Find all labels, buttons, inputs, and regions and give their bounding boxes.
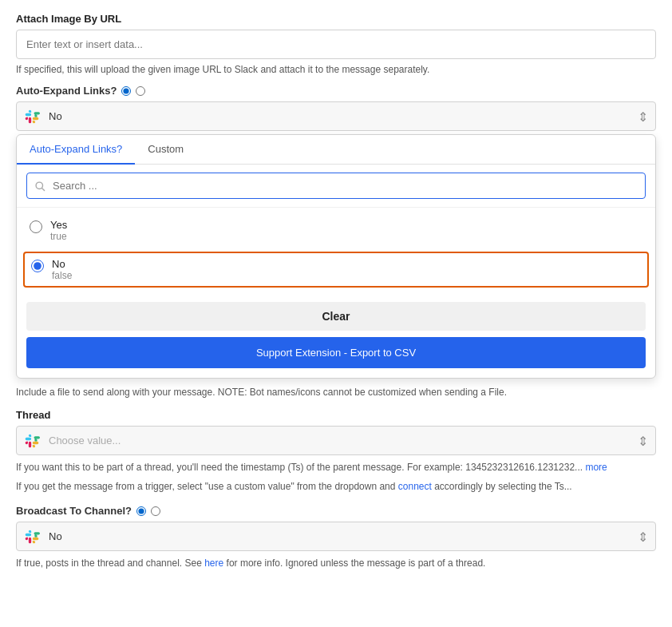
broadcast-here-link[interactable]: here xyxy=(204,558,223,569)
thread-placeholder: Choose value... xyxy=(49,435,121,446)
search-wrapper xyxy=(17,165,655,208)
thread-select-wrapper: Choose value... ⇕ xyxy=(16,426,656,455)
broadcast-slack-icon xyxy=(24,529,40,545)
auto-expand-select[interactable]: No xyxy=(16,101,656,131)
file-note: Include a file to send along with your m… xyxy=(16,387,656,398)
auto-expand-select-wrapper: No ⇕ xyxy=(16,101,656,131)
attach-image-input[interactable] xyxy=(16,30,656,59)
broadcast-select[interactable]: No xyxy=(16,522,656,551)
broadcast-section: Broadcast To Channel? No ⇕ If true, post… xyxy=(16,505,656,570)
thread-section: Thread Choose value... ⇕ If you want thi… xyxy=(16,409,656,494)
broadcast-select-wrapper: No ⇕ xyxy=(16,522,656,551)
thread-help-2: If you get the message from a trigger, s… xyxy=(16,479,656,494)
search-icon xyxy=(34,181,45,192)
slack-logo-icon xyxy=(24,109,40,125)
thread-select[interactable]: Choose value... xyxy=(16,426,656,455)
option-yes-text: Yes true xyxy=(50,219,67,242)
option-no-value: false xyxy=(52,270,72,281)
broadcast-value: No xyxy=(49,530,62,542)
tab-custom[interactable]: Custom xyxy=(135,135,196,165)
thread-help-1: If you want this to be part of a thread,… xyxy=(16,460,656,474)
auto-expand-radio-1[interactable] xyxy=(121,86,131,96)
thread-label: Thread xyxy=(16,409,656,421)
attach-image-label: Attach Image By URL xyxy=(16,13,656,25)
broadcast-radio-1[interactable] xyxy=(136,506,146,516)
option-yes-radio[interactable] xyxy=(30,220,42,233)
option-yes-value: true xyxy=(50,231,67,242)
attach-image-help: If specified, this will upload the given… xyxy=(16,64,656,75)
dropdown-search-input[interactable] xyxy=(26,173,646,199)
search-field-wrap xyxy=(26,173,646,199)
auto-expand-value: No xyxy=(49,110,62,122)
dropdown-tabs: Auto-Expand Links? Custom xyxy=(17,135,655,165)
option-no-text: No false xyxy=(52,258,72,281)
svg-line-1 xyxy=(42,188,44,190)
option-no-label: No xyxy=(52,258,72,270)
attach-image-section: Attach Image By URL If specified, this w… xyxy=(16,13,656,75)
option-yes[interactable]: Yes true xyxy=(17,212,655,248)
thread-slack-icon xyxy=(24,433,40,449)
broadcast-radio-2[interactable] xyxy=(151,506,160,516)
tab-auto-expand[interactable]: Auto-Expand Links? xyxy=(17,135,135,165)
broadcast-help: If true, posts in the thread and channel… xyxy=(16,556,656,570)
thread-connect-link[interactable]: connect xyxy=(398,481,432,492)
thread-more-link[interactable]: more xyxy=(585,462,607,473)
option-no-radio[interactable] xyxy=(31,260,44,272)
broadcast-label: Broadcast To Channel? xyxy=(16,505,132,517)
dropdown-options: Yes true No false xyxy=(17,208,655,296)
auto-expand-section: Auto-Expand Links? No ⇕ xyxy=(16,85,656,131)
auto-expand-label: Auto-Expand Links? xyxy=(16,85,117,97)
option-no[interactable]: No false xyxy=(23,252,649,288)
export-button[interactable]: Support Extension - Export to CSV xyxy=(26,337,646,368)
auto-expand-radio-2[interactable] xyxy=(136,86,145,96)
clear-button[interactable]: Clear xyxy=(26,302,646,331)
broadcast-label-row: Broadcast To Channel? xyxy=(16,505,656,517)
auto-expand-label-row: Auto-Expand Links? xyxy=(16,85,656,97)
dropdown-panel: Auto-Expand Links? Custom Yes true No xyxy=(16,134,656,379)
option-yes-label: Yes xyxy=(50,219,67,231)
